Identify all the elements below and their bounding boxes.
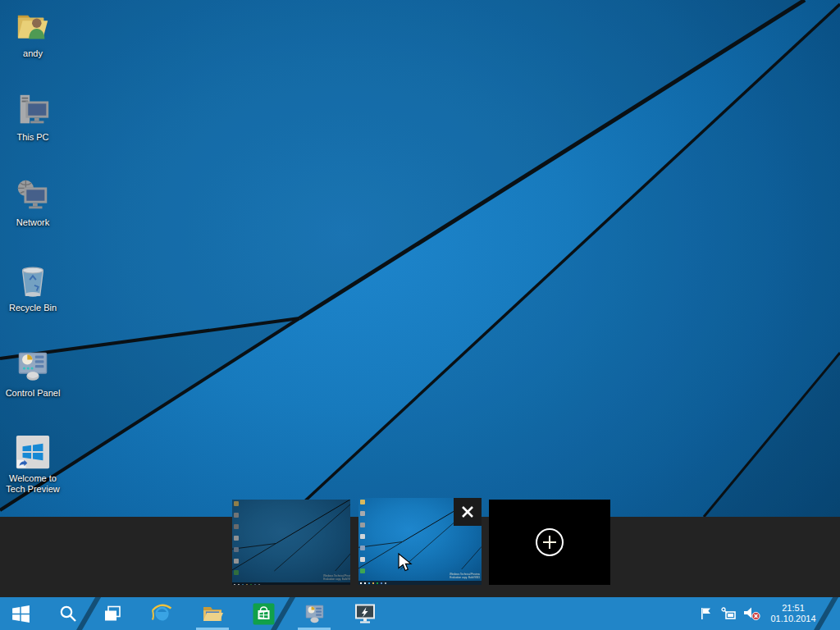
desktop-icon-network[interactable]: Network: [0, 177, 66, 228]
mini-watermark: Windows Technical Preview Evaluation cop…: [323, 574, 350, 581]
volume-muted-icon[interactable]: [743, 606, 761, 621]
add-desktop-button[interactable]: [489, 500, 610, 585]
desktop-thumbnail-2[interactable]: Windows Technical Preview Evaluation cop…: [358, 498, 482, 585]
display-settings-button[interactable]: [346, 597, 384, 630]
desktop-icon-control-panel[interactable]: Control Panel: [0, 348, 66, 399]
task-view-button[interactable]: [94, 597, 131, 630]
desktop-icon-andy[interactable]: andy: [0, 8, 66, 59]
control-panel-icon: [304, 603, 326, 625]
file-explorer-icon: [201, 602, 224, 625]
network-status-icon[interactable]: [720, 606, 737, 621]
system-tray: 21:51 01.10.2014: [699, 597, 819, 630]
desktop-icon-label: andy: [23, 48, 43, 59]
internet-explorer-button[interactable]: [143, 597, 180, 630]
clock[interactable]: 21:51 01.10.2014: [768, 603, 819, 624]
desktop-icon-label: Recycle Bin: [9, 303, 57, 313]
file-explorer-button[interactable]: [194, 597, 231, 630]
mini-desktop-icons: [360, 500, 368, 580]
search-button[interactable]: [49, 597, 87, 630]
store-icon: [253, 603, 275, 625]
search-icon: [58, 604, 78, 623]
close-desktop-button[interactable]: [454, 498, 482, 526]
desktop-icon-welcome[interactable]: Welcome to Tech Preview: [0, 433, 66, 495]
windows-shortcut-icon: [14, 433, 52, 471]
tray-date: 01.10.2014: [768, 614, 819, 624]
desktop-icon-label: Control Panel: [6, 388, 61, 399]
mini-watermark: Windows Technical Preview Evaluation cop…: [450, 573, 480, 579]
control-panel-button[interactable]: [295, 597, 333, 630]
task-view-icon: [103, 604, 122, 623]
desktop-icon-recycle-bin[interactable]: Recycle Bin: [0, 262, 66, 313]
internet-explorer-icon: [150, 602, 173, 625]
store-button[interactable]: [244, 597, 282, 630]
desktop: andy This PC Network: [0, 0, 840, 630]
mini-taskbar: [232, 582, 350, 585]
action-center-flag-icon[interactable]: [699, 606, 714, 621]
tray-time: 21:51: [768, 603, 819, 614]
desktop-thumbnail-1[interactable]: Windows Technical Preview Evaluation cop…: [232, 500, 350, 585]
monitor-lightning-icon: [354, 602, 377, 625]
desktop-icon-label: Network: [16, 217, 49, 228]
network-icon: [14, 177, 52, 215]
desktop-icon-label: This PC: [16, 132, 48, 143]
start-button[interactable]: [2, 597, 39, 630]
mini-taskbar: [358, 581, 482, 585]
user-folder-icon: [14, 8, 52, 46]
mini-desktop: Windows Technical Preview Evaluation cop…: [232, 500, 350, 585]
mouse-cursor: [398, 553, 416, 573]
desktop-icon-label: Welcome to Tech Preview: [0, 473, 66, 495]
mini-desktop-icons: [234, 501, 242, 582]
plus-icon: [536, 528, 564, 556]
this-pc-icon: [14, 92, 52, 130]
recycle-bin-icon: [14, 262, 52, 300]
desktop-icon-this-pc[interactable]: This PC: [0, 92, 66, 143]
windows-logo-icon: [11, 604, 31, 624]
control-panel-icon: [14, 348, 52, 386]
close-icon: [461, 505, 474, 518]
taskbar: 21:51 01.10.2014: [0, 597, 840, 630]
